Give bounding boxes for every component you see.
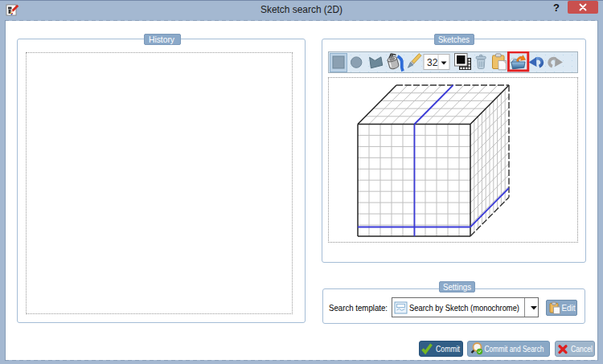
svg-text:Commit: Commit [436, 344, 460, 354]
svg-text:Sketch search (2D): Sketch search (2D) [260, 4, 343, 15]
svg-text:Edit: Edit [562, 303, 576, 313]
svg-text:Cancel: Cancel [571, 344, 593, 354]
svg-text:Sketches: Sketches [438, 35, 470, 44]
svg-text:Settings: Settings [443, 282, 471, 292]
svg-text:Commit and Search: Commit and Search [485, 344, 544, 354]
svg-text:History: History [149, 35, 175, 44]
svg-text:Search template:: Search template: [329, 303, 388, 313]
svg-text:32: 32 [427, 57, 438, 68]
